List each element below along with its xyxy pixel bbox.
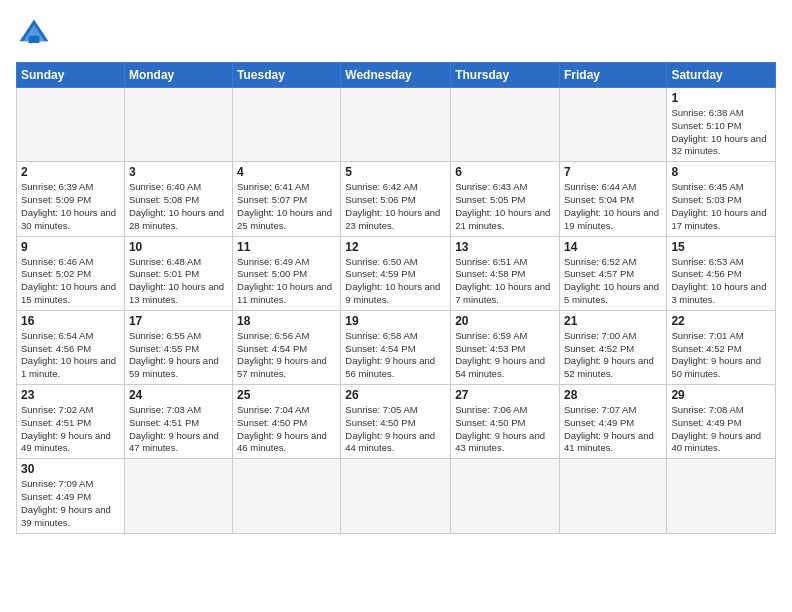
weekday-header-row: SundayMondayTuesdayWednesdayThursdayFrid… [17,63,776,88]
day-info: Sunrise: 6:42 AM Sunset: 5:06 PM Dayligh… [345,181,446,232]
day-number: 2 [21,165,120,179]
day-info: Sunrise: 6:38 AM Sunset: 5:10 PM Dayligh… [671,107,771,158]
day-number: 27 [455,388,555,402]
week-row-5: 30Sunrise: 7:09 AM Sunset: 4:49 PM Dayli… [17,459,776,533]
calendar-cell [124,88,232,162]
day-info: Sunrise: 6:58 AM Sunset: 4:54 PM Dayligh… [345,330,446,381]
day-info: Sunrise: 6:43 AM Sunset: 5:05 PM Dayligh… [455,181,555,232]
day-number: 13 [455,240,555,254]
day-info: Sunrise: 6:46 AM Sunset: 5:02 PM Dayligh… [21,256,120,307]
calendar-cell: 16Sunrise: 6:54 AM Sunset: 4:56 PM Dayli… [17,310,125,384]
day-info: Sunrise: 7:07 AM Sunset: 4:49 PM Dayligh… [564,404,662,455]
day-number: 7 [564,165,662,179]
day-info: Sunrise: 6:49 AM Sunset: 5:00 PM Dayligh… [237,256,336,307]
calendar-cell: 26Sunrise: 7:05 AM Sunset: 4:50 PM Dayli… [341,385,451,459]
weekday-header-sunday: Sunday [17,63,125,88]
day-number: 9 [21,240,120,254]
day-info: Sunrise: 7:04 AM Sunset: 4:50 PM Dayligh… [237,404,336,455]
calendar-cell [451,459,560,533]
calendar-cell [559,459,666,533]
day-number: 6 [455,165,555,179]
calendar-cell: 11Sunrise: 6:49 AM Sunset: 5:00 PM Dayli… [233,236,341,310]
calendar-cell: 20Sunrise: 6:59 AM Sunset: 4:53 PM Dayli… [451,310,560,384]
calendar-cell [559,88,666,162]
day-number: 20 [455,314,555,328]
calendar-cell [341,459,451,533]
calendar-cell: 17Sunrise: 6:55 AM Sunset: 4:55 PM Dayli… [124,310,232,384]
day-number: 22 [671,314,771,328]
day-number: 16 [21,314,120,328]
calendar-cell [341,88,451,162]
day-number: 18 [237,314,336,328]
calendar-cell: 19Sunrise: 6:58 AM Sunset: 4:54 PM Dayli… [341,310,451,384]
calendar-cell: 22Sunrise: 7:01 AM Sunset: 4:52 PM Dayli… [667,310,776,384]
calendar-cell: 27Sunrise: 7:06 AM Sunset: 4:50 PM Dayli… [451,385,560,459]
header [16,16,776,52]
day-info: Sunrise: 6:54 AM Sunset: 4:56 PM Dayligh… [21,330,120,381]
calendar-cell: 30Sunrise: 7:09 AM Sunset: 4:49 PM Dayli… [17,459,125,533]
day-number: 14 [564,240,662,254]
calendar-cell: 15Sunrise: 6:53 AM Sunset: 4:56 PM Dayli… [667,236,776,310]
calendar-cell: 14Sunrise: 6:52 AM Sunset: 4:57 PM Dayli… [559,236,666,310]
calendar-cell: 7Sunrise: 6:44 AM Sunset: 5:04 PM Daylig… [559,162,666,236]
day-info: Sunrise: 7:03 AM Sunset: 4:51 PM Dayligh… [129,404,228,455]
day-number: 29 [671,388,771,402]
calendar-cell [17,88,125,162]
weekday-header-saturday: Saturday [667,63,776,88]
day-number: 30 [21,462,120,476]
calendar-cell: 3Sunrise: 6:40 AM Sunset: 5:08 PM Daylig… [124,162,232,236]
week-row-1: 2Sunrise: 6:39 AM Sunset: 5:09 PM Daylig… [17,162,776,236]
day-info: Sunrise: 6:59 AM Sunset: 4:53 PM Dayligh… [455,330,555,381]
day-number: 25 [237,388,336,402]
day-number: 19 [345,314,446,328]
calendar-cell: 10Sunrise: 6:48 AM Sunset: 5:01 PM Dayli… [124,236,232,310]
week-row-4: 23Sunrise: 7:02 AM Sunset: 4:51 PM Dayli… [17,385,776,459]
calendar-cell: 1Sunrise: 6:38 AM Sunset: 5:10 PM Daylig… [667,88,776,162]
day-number: 15 [671,240,771,254]
calendar-cell: 13Sunrise: 6:51 AM Sunset: 4:58 PM Dayli… [451,236,560,310]
calendar-cell: 12Sunrise: 6:50 AM Sunset: 4:59 PM Dayli… [341,236,451,310]
calendar-cell [233,459,341,533]
day-number: 23 [21,388,120,402]
day-info: Sunrise: 6:56 AM Sunset: 4:54 PM Dayligh… [237,330,336,381]
day-number: 8 [671,165,771,179]
weekday-header-monday: Monday [124,63,232,88]
calendar-cell: 23Sunrise: 7:02 AM Sunset: 4:51 PM Dayli… [17,385,125,459]
calendar-cell: 21Sunrise: 7:00 AM Sunset: 4:52 PM Dayli… [559,310,666,384]
week-row-0: 1Sunrise: 6:38 AM Sunset: 5:10 PM Daylig… [17,88,776,162]
day-info: Sunrise: 6:55 AM Sunset: 4:55 PM Dayligh… [129,330,228,381]
day-number: 17 [129,314,228,328]
day-info: Sunrise: 7:00 AM Sunset: 4:52 PM Dayligh… [564,330,662,381]
day-info: Sunrise: 6:53 AM Sunset: 4:56 PM Dayligh… [671,256,771,307]
calendar-cell [667,459,776,533]
day-number: 1 [671,91,771,105]
calendar-table: SundayMondayTuesdayWednesdayThursdayFrid… [16,62,776,534]
day-info: Sunrise: 6:52 AM Sunset: 4:57 PM Dayligh… [564,256,662,307]
calendar-cell [233,88,341,162]
weekday-header-tuesday: Tuesday [233,63,341,88]
day-number: 26 [345,388,446,402]
day-number: 11 [237,240,336,254]
day-info: Sunrise: 7:06 AM Sunset: 4:50 PM Dayligh… [455,404,555,455]
day-number: 4 [237,165,336,179]
day-info: Sunrise: 6:50 AM Sunset: 4:59 PM Dayligh… [345,256,446,307]
calendar-cell: 9Sunrise: 6:46 AM Sunset: 5:02 PM Daylig… [17,236,125,310]
calendar-cell: 2Sunrise: 6:39 AM Sunset: 5:09 PM Daylig… [17,162,125,236]
day-number: 12 [345,240,446,254]
page: SundayMondayTuesdayWednesdayThursdayFrid… [0,0,792,612]
weekday-header-friday: Friday [559,63,666,88]
calendar-cell: 24Sunrise: 7:03 AM Sunset: 4:51 PM Dayli… [124,385,232,459]
calendar-cell: 4Sunrise: 6:41 AM Sunset: 5:07 PM Daylig… [233,162,341,236]
day-info: Sunrise: 7:08 AM Sunset: 4:49 PM Dayligh… [671,404,771,455]
day-number: 28 [564,388,662,402]
calendar-cell: 18Sunrise: 6:56 AM Sunset: 4:54 PM Dayli… [233,310,341,384]
calendar-cell: 6Sunrise: 6:43 AM Sunset: 5:05 PM Daylig… [451,162,560,236]
logo [16,16,56,52]
week-row-3: 16Sunrise: 6:54 AM Sunset: 4:56 PM Dayli… [17,310,776,384]
calendar-cell [451,88,560,162]
day-number: 3 [129,165,228,179]
calendar-cell: 25Sunrise: 7:04 AM Sunset: 4:50 PM Dayli… [233,385,341,459]
day-info: Sunrise: 6:51 AM Sunset: 4:58 PM Dayligh… [455,256,555,307]
svg-rect-2 [29,36,40,43]
day-number: 10 [129,240,228,254]
